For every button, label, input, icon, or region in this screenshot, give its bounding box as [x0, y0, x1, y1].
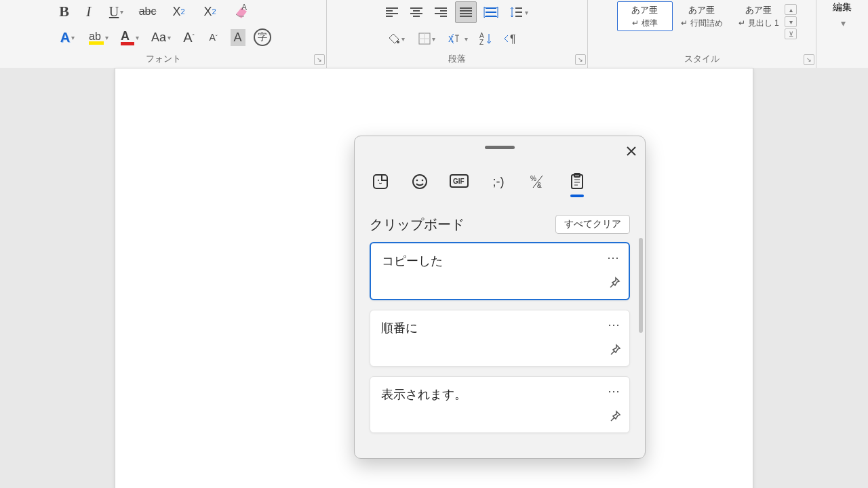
gallery-scroll-up[interactable]: ▴: [785, 4, 797, 15]
line-spacing-button[interactable]: ▾: [505, 2, 532, 22]
panel-tabs: GIF ;-) %&: [370, 170, 588, 193]
grow-font-button[interactable]: Aˆ: [179, 27, 199, 47]
font-dialog-launcher[interactable]: ↘: [314, 54, 325, 65]
style-item[interactable]: あア亜↵ 行間詰め: [674, 1, 730, 31]
clipboard-item-text: 表示されます。: [381, 386, 618, 403]
clipboard-item-text: 順番に: [381, 320, 618, 336]
pin-icon: [609, 344, 621, 356]
svg-text:A: A: [241, 3, 247, 12]
panel-scrollbar[interactable]: [639, 238, 643, 333]
enclose-characters-button[interactable]: 字: [252, 27, 273, 47]
style-item[interactable]: あア亜↵ 見出し 1: [731, 1, 787, 31]
show-marks-button[interactable]: ¶: [500, 28, 520, 49]
edit-button[interactable]: 編集 ▾: [822, 0, 863, 28]
item-more-button[interactable]: ⋯: [608, 384, 621, 399]
bold-button[interactable]: B: [54, 1, 75, 22]
group-edit: 編集 ▾: [816, 0, 868, 68]
svg-text:Z: Z: [479, 39, 484, 45]
gif-icon: GIF: [450, 174, 469, 189]
svg-text:¶: ¶: [510, 33, 516, 45]
align-left-icon: [385, 7, 399, 18]
style-preview: あア亜: [688, 4, 715, 16]
item-pin-button[interactable]: [609, 410, 621, 426]
tab-clipboard[interactable]: [566, 170, 588, 193]
change-case-button[interactable]: Aa▾: [148, 27, 175, 47]
item-more-button[interactable]: ⋯: [608, 317, 621, 332]
clipboard-item[interactable]: コピーした⋯: [370, 242, 630, 300]
style-name: ↵ 行間詰め: [681, 18, 722, 29]
item-pin-button[interactable]: [608, 277, 620, 292]
distribute-button[interactable]: [481, 2, 501, 22]
clipboard-item-text: コピーした: [382, 253, 618, 269]
close-button[interactable]: [622, 142, 641, 161]
sort-icon: AZ: [479, 32, 492, 45]
gallery-expand[interactable]: ⊻: [785, 28, 797, 39]
tab-symbol[interactable]: %&: [527, 170, 549, 193]
style-item[interactable]: あア亜↵ 標準: [617, 1, 673, 31]
line-spacing-icon: [510, 5, 524, 19]
svg-text:&: &: [537, 182, 542, 189]
emoji-icon: [412, 174, 428, 190]
item-more-button[interactable]: ⋯: [607, 250, 620, 265]
style-preview: あア亜: [745, 4, 772, 16]
align-right-button[interactable]: [431, 2, 451, 22]
font-color-button[interactable]: A ▾: [117, 27, 144, 47]
justify-icon: [459, 7, 473, 18]
sticker-icon: [372, 174, 389, 190]
svg-text:GIF: GIF: [453, 178, 465, 185]
underline-button[interactable]: U▾: [103, 1, 130, 22]
section-title: クリップボード: [370, 216, 465, 234]
styles-dialog-launcher[interactable]: ↘: [804, 54, 814, 65]
pin-icon: [609, 410, 621, 422]
italic-button[interactable]: I: [79, 1, 99, 22]
superscript-button[interactable]: X2: [197, 1, 224, 22]
asian-layout-icon: X: [448, 33, 463, 45]
shading-button[interactable]: ▾: [382, 28, 409, 49]
subscript-button[interactable]: X2: [165, 1, 193, 22]
svg-point-1: [397, 41, 399, 43]
borders-button[interactable]: ▾: [413, 28, 440, 49]
align-center-icon: [410, 7, 423, 18]
align-left-button[interactable]: [382, 2, 402, 22]
svg-point-9: [413, 175, 427, 188]
close-icon: [626, 146, 637, 157]
gallery-scroll-down[interactable]: ▾: [785, 16, 797, 27]
pilcrow-icon: ¶: [502, 33, 517, 45]
sort-button[interactable]: AZ: [475, 28, 496, 49]
clear-formatting-button[interactable]: A: [228, 1, 255, 22]
item-pin-button[interactable]: [609, 344, 621, 359]
character-shading-button[interactable]: A: [228, 27, 248, 47]
group-label-styles: スタイル: [588, 53, 816, 65]
group-label-paragraph: 段落: [327, 53, 587, 65]
group-label-font: フォント: [0, 53, 326, 65]
tab-gif[interactable]: GIF: [448, 170, 470, 193]
asian-layout-button[interactable]: X▾: [444, 28, 471, 49]
clear-all-button[interactable]: すべてクリア: [555, 215, 630, 234]
style-gallery[interactable]: あア亜↵ 標準あア亜↵ 行間詰めあア亜↵ 見出し 1: [614, 0, 789, 33]
group-paragraph: ▾ ▾ ▾ X▾ AZ ¶ 段落 ↘: [327, 0, 588, 68]
align-right-icon: [434, 7, 448, 18]
clipboard-item[interactable]: 表示されます。⋯: [370, 376, 630, 433]
tab-emoji[interactable]: [409, 170, 431, 193]
justify-button[interactable]: [455, 1, 477, 23]
paragraph-dialog-launcher[interactable]: ↘: [575, 54, 586, 65]
style-preview: あア亜: [631, 4, 658, 16]
clipboard-item[interactable]: 順番に⋯: [370, 310, 630, 367]
style-name: ↵ 標準: [632, 18, 657, 29]
group-font: B I U▾ abc X2 X2 A A▾ ab ▾: [0, 0, 327, 68]
clipboard-icon: [570, 173, 585, 190]
tab-sticker[interactable]: [370, 170, 391, 193]
clipboard-items: コピーした⋯順番に⋯表示されます。⋯: [370, 242, 630, 433]
shrink-font-button[interactable]: Aˇ: [203, 27, 224, 47]
strikethrough-button[interactable]: abc: [134, 1, 161, 22]
svg-text:%: %: [530, 175, 536, 182]
align-center-button[interactable]: [406, 2, 427, 22]
group-styles: あア亜↵ 標準あア亜↵ 行間詰めあア亜↵ 見出し 1 ▴ ▾ ⊻ スタイル ↘: [588, 0, 816, 68]
tab-kaomoji[interactable]: ;-): [488, 170, 509, 193]
panel-drag-handle[interactable]: [485, 146, 515, 149]
svg-point-10: [416, 180, 418, 182]
pin-icon: [608, 277, 620, 289]
highlight-button[interactable]: ab ▾: [85, 27, 113, 47]
text-effects-button[interactable]: A▾: [54, 27, 81, 47]
style-name: ↵ 見出し 1: [738, 18, 778, 29]
